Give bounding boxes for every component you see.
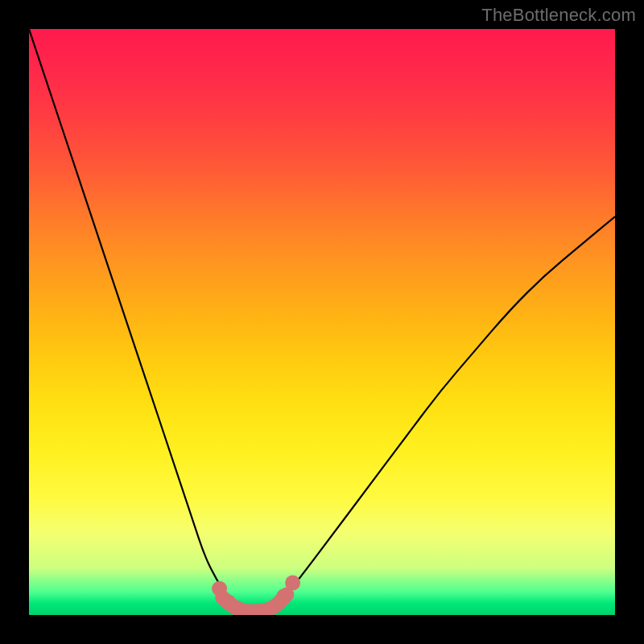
plot-area (29, 29, 615, 615)
chart-frame: TheBottleneck.com (0, 0, 644, 644)
right-branch-curve (275, 217, 615, 609)
data-marker (212, 581, 227, 597)
curve-layer (29, 29, 615, 615)
watermark-text: TheBottleneck.com (481, 5, 636, 26)
data-marker (276, 588, 291, 604)
data-marker (229, 601, 245, 615)
data-marker (285, 576, 300, 591)
left-branch-curve (29, 29, 240, 609)
